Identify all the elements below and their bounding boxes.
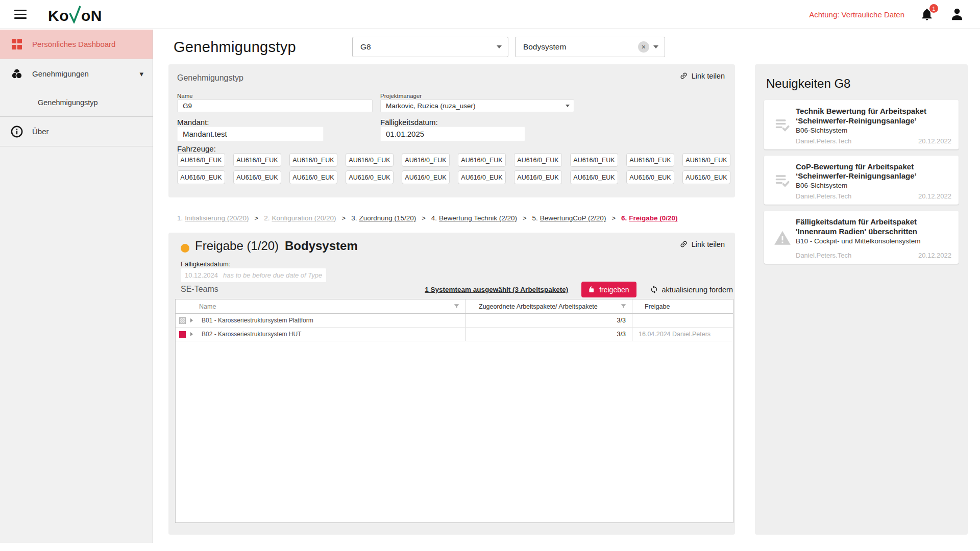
row-status-checkbox[interactable] <box>179 331 186 338</box>
packages-count: 3/3 <box>617 317 626 324</box>
app-logo: Ko oN <box>48 5 102 23</box>
vehicle-chip[interactable]: AU616/0_EUK <box>402 153 450 167</box>
due-date-field[interactable]: 01.01.2025 <box>380 127 525 141</box>
sidebar-item-label: Persönliches Dashboard <box>32 40 115 48</box>
step-label: Freigabe (0/20) <box>629 214 677 222</box>
vehicle-chip[interactable]: AU616/0_EUK <box>289 170 337 184</box>
filter-icon[interactable] <box>453 303 460 310</box>
step-freigabe[interactable]: 6. Freigabe (0/20) <box>621 214 678 222</box>
approvals-icon <box>9 67 24 81</box>
team-name: B02 - Karosseriestruktursystem HUT <box>202 331 301 338</box>
vehicle-chip[interactable]: AU616/0_EUK <box>458 170 506 184</box>
mandant-field[interactable]: Mandant.test <box>177 127 324 141</box>
news-item-author: Daniel.Peters.Tech <box>796 192 851 200</box>
projektmanager-label: Projektmanager <box>380 93 422 99</box>
step-label: BewertungCoP (2/20) <box>540 214 606 222</box>
news-item-subtitle: B10 - Cockpit- und Mittelkonsolensystem <box>796 237 951 245</box>
vehicle-chip[interactable]: AU616/0_EUK <box>626 153 674 167</box>
news-item-author: Daniel.Peters.Tech <box>796 252 851 259</box>
projektmanager-select[interactable]: Markovic, Ruzica (ruza_user) <box>380 99 574 112</box>
topbar: Ko oN Achtung: Vertrauliche Daten 1 <box>0 0 980 29</box>
table-row[interactable]: B01 - Karosseriestruktursystem Plattform… <box>176 314 733 328</box>
mandant-label: Mandant: <box>177 118 209 127</box>
column-packages: Zugeordnete Arbeitspakete/ Arbeitspakete <box>479 303 598 310</box>
news-card[interactable]: Technik Bewertung für Arbeitspaket ‘Sche… <box>764 100 959 149</box>
row-status-checkbox[interactable] <box>179 317 186 324</box>
vehicle-chip[interactable]: AU616/0_EUK <box>626 170 674 184</box>
vehicle-chip[interactable]: AU616/0_EUK <box>233 170 281 184</box>
step-bewertung-technik[interactable]: 4. Bewertung Technik (2/20) <box>431 214 517 222</box>
user-menu-button[interactable] <box>949 7 965 22</box>
info-icon <box>9 125 24 138</box>
vehicle-chip[interactable]: AU616/0_EUK <box>570 170 618 184</box>
sidebar-item-genehmigungen[interactable]: Genehmigungen ▾ <box>0 59 153 88</box>
step-initialisierung[interactable]: 1. Initialisierung (20/20) <box>177 214 249 222</box>
vehicle-chip[interactable]: AU616/0_EUK <box>514 153 562 167</box>
sidebar-item-ueber[interactable]: Über <box>0 117 153 146</box>
chevron-down-icon: ▾ <box>139 69 143 79</box>
filter-icon[interactable] <box>620 303 627 310</box>
column-name: Name <box>199 303 216 310</box>
news-item-title: CoP-Bewertung für Arbeitspaket ‘Scheinwe… <box>796 162 951 182</box>
se-teams-label: SE-Teams <box>181 285 218 294</box>
share-link-button[interactable]: Link teilen <box>679 240 725 248</box>
warning-icon <box>773 229 792 248</box>
news-item-title: Fälligkeitsdatum für Arbeitspaket 'Innen… <box>796 217 951 237</box>
step-number: 5. <box>532 214 538 222</box>
approval-type-card: Genehmigungstyp Link teilen Name G9 Proj… <box>168 64 735 197</box>
vehicle-chip[interactable]: AU616/0_EUK <box>682 170 730 184</box>
news-item-date: 20.12.2022 <box>918 192 951 200</box>
vehicle-chip[interactable]: AU616/0_EUK <box>682 153 730 167</box>
expand-row-icon[interactable] <box>190 332 193 336</box>
sidebar-item-dashboard[interactable]: Persönliches Dashboard <box>0 30 153 59</box>
vehicle-chip[interactable]: AU616/0_EUK <box>289 153 337 167</box>
sidebar: Persönliches Dashboard Genehmigungen ▾ G… <box>0 30 153 543</box>
vehicle-chip[interactable]: AU616/0_EUK <box>346 170 394 184</box>
sidebar-item-label: Genehmigungen <box>32 69 89 78</box>
release-subtitle: Bodysystem <box>285 239 358 253</box>
release-info: 16.04.2024 Daniel.Peters <box>639 331 710 338</box>
release-due-value: 10.12.2024 <box>185 271 218 279</box>
release-button[interactable]: freigeben <box>581 282 636 297</box>
step-separator: > <box>422 214 426 222</box>
refresh-button-label: aktualisierung fordern <box>662 286 733 294</box>
vehicle-chip[interactable]: AU616/0_EUK <box>514 170 562 184</box>
vehicle-chip[interactable]: AU616/0_EUK <box>177 153 225 167</box>
se-teams-table: Name Zugeordnete Arbeitspakete/ Arbeitsp… <box>175 299 733 523</box>
sidebar-subitem-genehmigungstyp[interactable]: Genehmigungstyp <box>0 88 153 116</box>
news-card[interactable]: Fälligkeitsdatum für Arbeitspaket 'Innen… <box>764 211 959 264</box>
expand-row-icon[interactable] <box>190 318 193 322</box>
news-card[interactable]: CoP-Bewertung für Arbeitspaket ‘Scheinwe… <box>764 156 959 205</box>
step-separator: > <box>342 214 346 222</box>
news-item-author: Daniel.Peters.Tech <box>796 137 851 145</box>
confidential-warning: Achtung: Vertrauliche Daten <box>809 10 904 19</box>
step-konfiguration[interactable]: 2. Konfiguration (20/20) <box>264 214 336 222</box>
step-bewertung-cop[interactable]: 5. BewertungCoP (2/20) <box>532 214 606 222</box>
selection-link[interactable]: 1 Systemteam ausgewählt (3 Arbeitspakete… <box>425 286 568 293</box>
vehicle-chip[interactable]: AU616/0_EUK <box>346 153 394 167</box>
logo-text-prefix: Ko <box>48 8 69 23</box>
notifications-button[interactable]: 1 <box>920 7 934 21</box>
step-zuordnung[interactable]: 3. Zuordnung (15/20) <box>351 214 416 222</box>
vehicle-chip[interactable]: AU616/0_EUK <box>458 153 506 167</box>
mandant-value: Mandant.test <box>183 130 227 138</box>
chevron-down-icon <box>497 45 502 48</box>
vehicle-chip[interactable]: AU616/0_EUK <box>570 153 618 167</box>
approval-type-select[interactable]: G8 <box>352 37 508 57</box>
step-number: 3. <box>351 214 357 222</box>
menu-icon[interactable] <box>14 10 27 19</box>
vehicle-chip[interactable]: AU616/0_EUK <box>177 170 225 184</box>
news-title: Neuigkeiten G8 <box>766 77 959 91</box>
name-input[interactable]: G9 <box>177 99 373 112</box>
vehicle-chip[interactable]: AU616/0_EUK <box>402 170 450 184</box>
release-due-input[interactable]: 10.12.2024 has to be before due date of … <box>181 268 326 282</box>
table-row[interactable]: B02 - Karosseriestruktursystem HUT 3/3 1… <box>176 328 733 341</box>
refresh-button[interactable]: aktualisierung fordern <box>650 285 733 294</box>
step-label: Konfiguration (20/20) <box>272 214 336 222</box>
vehicle-chip[interactable]: AU616/0_EUK <box>233 153 281 167</box>
system-select[interactable]: Bodysystem × <box>515 37 665 57</box>
share-link-button[interactable]: Link teilen <box>679 71 725 80</box>
sidebar-subitem-label: Genehmigungstyp <box>38 98 98 107</box>
clear-icon[interactable]: × <box>638 41 649 53</box>
release-title: Freigabe (1/20) <box>195 239 279 253</box>
